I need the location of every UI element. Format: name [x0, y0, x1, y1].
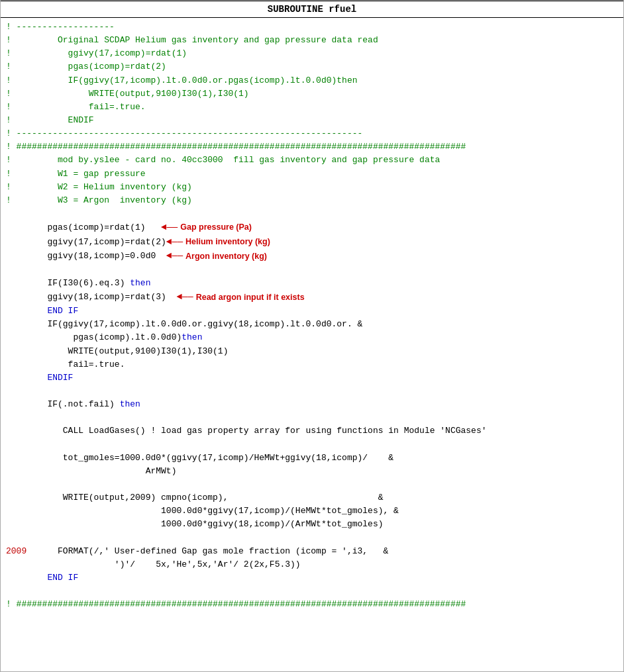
line-comment-10: ! ######################################… — [6, 140, 618, 154]
main-container: SUBROUTINE rfuel ! ------------------- !… — [0, 0, 624, 672]
line-format-2009-2: ')'/ 5x,'He',5x,'Ar'/ 2(2x,F5.3)) — [6, 558, 618, 571]
line-comment-3: ! ggivy(17,icomp)=rdat(1) — [6, 47, 618, 60]
line-comment-6: ! WRITE(output,9100)I30(1),I30(1) — [6, 87, 618, 101]
line-tot-gmoles-1: tot_gmoles=1000.0d0*(ggivy(17,icomp)/HeM… — [6, 452, 618, 465]
arrow-helium-inventory: ◄—— — [166, 235, 183, 250]
line-call-loadgases: CALL LoadGases() ! load gas property arr… — [6, 424, 618, 438]
line-comment-7: ! fail=.true. — [6, 101, 618, 114]
line-tot-gmoles-2: ArMWt) — [6, 465, 618, 478]
title-text: SUBROUTINE rfuel — [268, 4, 356, 15]
line-comment-4: ! pgas(icomp)=rdat(2) — [6, 60, 618, 73]
line-blank-8 — [6, 585, 618, 598]
line-if-not-fail: IF(.not.fail) then — [6, 398, 618, 411]
line-comment-2: ! Original SCDAP Helium gas inventory an… — [6, 34, 618, 47]
line-ggivy18-rdat3: ggivy(18,icomp)=rdat(3) ◄—— Read argon i… — [6, 290, 618, 305]
line-fail-true: fail=.true. — [6, 358, 618, 371]
label-gap-pressure: Gap pressure (Pa) — [180, 221, 252, 234]
line-write-2009-1: WRITE(output,2009) cmpno(icomp), & — [6, 491, 618, 504]
line-end-if-2: END IF — [6, 571, 618, 585]
line-comment-12: ! W1 = gap pressure — [6, 168, 618, 181]
line-comment-8: ! ENDIF — [6, 114, 618, 127]
code-area: ! ------------------- ! Original SCDAP H… — [1, 18, 623, 614]
line-write-2009-3: 1000.0d0*ggivy(18,icomp)/(ArMWt*tot_gmol… — [6, 518, 618, 531]
title-bar: SUBROUTINE rfuel — [1, 1, 623, 18]
line-comment-5: ! IF(ggivy(17,icomp).lt.0.0d0.or.pgas(ic… — [6, 74, 618, 87]
line-write-2009-2: 1000.0d0*ggivy(17,icomp)/(HeMWt*tot_gmol… — [6, 504, 618, 518]
arrow-argon-inventory: ◄—— — [166, 249, 183, 264]
line-comment-9: ! --------------------------------------… — [6, 127, 618, 140]
line-blank-6 — [6, 478, 618, 491]
line-blank-5 — [6, 438, 618, 452]
line-if-i30: IF(I30(6).eq.3) then — [6, 277, 618, 290]
line-format-2009-1: 2009 FORMAT(/,' User-defined Gap gas mol… — [6, 545, 618, 558]
line-comment-14: ! W3 = Argon inventory (kg) — [6, 194, 618, 207]
label-read-argon: Read argon input if it exists — [196, 291, 305, 304]
label-argon-inventory: Argon inventory (kg) — [185, 250, 267, 263]
line-comment-13: ! W2 = Helium inventory (kg) — [6, 181, 618, 194]
line-blank-1 — [6, 207, 618, 220]
line-blank-3 — [6, 385, 618, 398]
line-blank-4 — [6, 411, 618, 424]
line-bottom-sep: ! ######################################… — [6, 598, 618, 611]
line-comment-11: ! mod by.yslee - card no. 40cc3000 fill … — [6, 154, 618, 167]
line-blank-2 — [6, 264, 618, 277]
line-blank-7 — [6, 532, 618, 545]
label-helium-inventory: Helium inventory (kg) — [185, 236, 270, 248]
line-end-if-1: END IF — [6, 305, 618, 318]
line-endif-2: ENDIF — [6, 371, 618, 385]
line-if-ggivy: IF(ggivy(17,icomp).lt.0.0d0.or.ggivy(18,… — [6, 318, 618, 331]
arrow-gap-pressure: ◄—— — [161, 220, 178, 235]
line-pgas: pgas(icomp)=rdat(1) ◄—— Gap pressure (Pa… — [6, 220, 618, 235]
line-if-pgas: pgas(icomp).lt.0.0d0)then — [6, 331, 618, 344]
line-write-output: WRITE(output,9100)I30(1),I30(1) — [6, 345, 618, 358]
line-comment-1: ! ------------------- — [6, 21, 618, 34]
arrow-read-argon: ◄—— — [176, 290, 193, 305]
line-ggivy17: ggivy(17,icomp)=rdat(2) ◄—— Helium inven… — [6, 235, 618, 250]
line-ggivy18: ggivy(18,icomp)=0.0d0 ◄—— Argon inventor… — [6, 249, 618, 264]
